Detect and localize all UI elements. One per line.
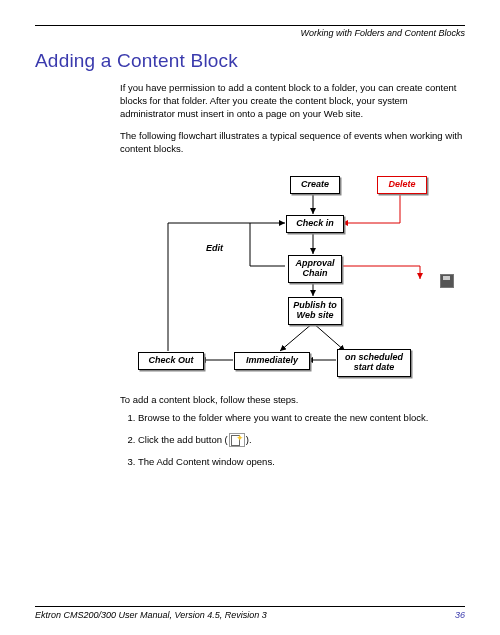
flowchart: Create Delete Check in Edit Approval Cha…: [120, 171, 465, 381]
flowchart-publish: Publish to Web site: [288, 297, 342, 325]
flowchart-checkout: Check Out: [138, 352, 204, 370]
footer-left: Ektron CMS200/300 User Manual, Version 4…: [35, 610, 267, 620]
step-2-text-b: ).: [246, 434, 252, 445]
step-3: The Add Content window opens.: [138, 455, 465, 468]
paragraph-2: The following flowchart illustrates a ty…: [120, 130, 465, 156]
disk-icon: [440, 274, 454, 288]
svg-line-4: [313, 323, 345, 351]
page-number: 36: [455, 610, 465, 620]
svg-line-3: [280, 323, 313, 351]
flowchart-delete: Delete: [377, 176, 427, 194]
step-2: Click the add button ().: [138, 433, 465, 447]
paragraph-1: If you have permission to add a content …: [120, 82, 465, 120]
header-rule: [35, 25, 465, 26]
flowchart-checkin: Check in: [286, 215, 344, 233]
step-2-text-a: Click the add button (: [138, 434, 228, 445]
flowchart-immediately: Immediately: [234, 352, 310, 370]
steps-intro: To add a content block, follow these ste…: [120, 393, 465, 406]
add-button-icon: [229, 433, 245, 447]
footer: Ektron CMS200/300 User Manual, Version 4…: [35, 606, 465, 620]
flowchart-scheduled: on scheduled start date: [337, 349, 411, 377]
step-1: Browse to the folder where you want to c…: [138, 411, 465, 424]
page-title: Adding a Content Block: [35, 50, 465, 72]
flowchart-approval: Approval Chain: [288, 255, 342, 283]
steps-list: Browse to the folder where you want to c…: [120, 411, 465, 468]
flowchart-edit-label: Edit: [206, 243, 223, 253]
header-section: Working with Folders and Content Blocks: [35, 28, 465, 38]
flowchart-create: Create: [290, 176, 340, 194]
